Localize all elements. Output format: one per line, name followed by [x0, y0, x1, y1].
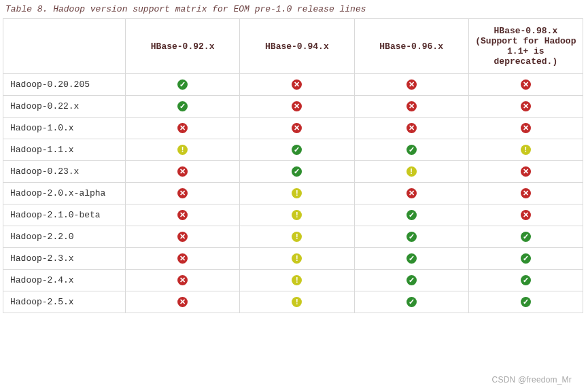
table-row: Hadoop-1.0.x✕✕✕✕	[3, 118, 583, 139]
col-header: HBase-0.96.x	[354, 19, 468, 74]
warn-icon: !	[521, 145, 531, 155]
support-matrix-table: HBase-0.92.x HBase-0.94.x HBase-0.96.x H…	[3, 18, 583, 313]
support-cell: ✓	[354, 139, 468, 161]
support-cell: ✕	[126, 226, 240, 248]
cross-icon: ✕	[177, 188, 188, 198]
support-cell: ✕	[354, 183, 468, 204]
row-label: Hadoop-2.1.0-beta	[3, 204, 126, 226]
row-label: Hadoop-1.0.x	[3, 118, 126, 139]
header-row: HBase-0.92.x HBase-0.94.x HBase-0.96.x H…	[3, 19, 583, 74]
table-row: Hadoop-0.20.205✓✕✕✕	[3, 74, 583, 96]
header-blank	[3, 19, 126, 74]
support-cell: !	[240, 183, 354, 204]
check-icon: ✓	[407, 145, 417, 155]
support-cell: ✕	[354, 74, 468, 96]
support-cell: ✓	[126, 96, 240, 118]
cross-icon: ✕	[177, 253, 188, 264]
support-cell: ✓	[468, 248, 583, 270]
cross-icon: ✕	[407, 188, 417, 198]
row-label: Hadoop-2.4.x	[3, 270, 126, 291]
support-cell: !	[240, 248, 354, 270]
support-cell: ✕	[468, 74, 583, 96]
cross-icon: ✕	[521, 101, 531, 111]
warn-icon: !	[292, 297, 302, 307]
row-label: Hadoop-2.3.x	[3, 248, 126, 270]
row-label: Hadoop-2.2.0	[3, 226, 126, 248]
support-cell: ✓	[468, 226, 583, 248]
table-caption: Table 8. Hadoop version support matrix f…	[3, 3, 585, 18]
cross-icon: ✕	[177, 232, 188, 242]
table-row: Hadoop-2.4.x✕!✓✓	[3, 270, 583, 291]
cross-icon: ✕	[177, 210, 188, 220]
table-row: Hadoop-2.0.x-alpha✕!✕✕	[3, 183, 583, 204]
cross-icon: ✕	[292, 79, 302, 90]
support-cell: ✓	[354, 248, 468, 270]
support-cell: ✕	[468, 183, 583, 204]
col-header: HBase-0.98.x (Support for Hadoop 1.1+ is…	[468, 19, 583, 74]
warn-icon: !	[177, 145, 188, 155]
cross-icon: ✕	[292, 123, 302, 133]
support-cell: ✓	[354, 204, 468, 226]
check-icon: ✓	[407, 253, 417, 264]
cross-icon: ✕	[521, 166, 531, 177]
support-cell: ✓	[354, 226, 468, 248]
warn-icon: !	[292, 275, 302, 285]
warn-icon: !	[292, 188, 302, 198]
check-icon: ✓	[521, 232, 531, 242]
table-row: Hadoop-0.22.x✓✕✕✕	[3, 96, 583, 118]
support-cell: ✕	[468, 96, 583, 118]
check-icon: ✓	[521, 297, 531, 307]
check-icon: ✓	[521, 253, 531, 264]
cross-icon: ✕	[521, 188, 531, 198]
support-cell: ✓	[240, 161, 354, 183]
support-cell: !	[240, 204, 354, 226]
row-label: Hadoop-0.20.205	[3, 74, 126, 96]
support-cell: !	[468, 139, 583, 161]
cross-icon: ✕	[521, 123, 531, 133]
check-icon: ✓	[407, 232, 417, 242]
cross-icon: ✕	[407, 79, 417, 90]
support-cell: ✕	[126, 118, 240, 139]
cross-icon: ✕	[521, 210, 531, 220]
support-cell: ✕	[468, 118, 583, 139]
cross-icon: ✕	[177, 166, 188, 177]
check-icon: ✓	[407, 297, 417, 307]
row-label: Hadoop-0.23.x	[3, 161, 126, 183]
cross-icon: ✕	[292, 101, 302, 111]
support-cell: ✕	[240, 118, 354, 139]
support-cell: ✓	[468, 270, 583, 291]
support-cell: !	[240, 291, 354, 313]
support-cell: !	[240, 226, 354, 248]
support-cell: ✕	[468, 204, 583, 226]
support-cell: ✕	[468, 161, 583, 183]
support-cell: ✕	[126, 161, 240, 183]
check-icon: ✓	[292, 166, 302, 177]
support-cell: !	[126, 139, 240, 161]
check-icon: ✓	[521, 275, 531, 285]
support-cell: !	[354, 161, 468, 183]
warn-icon: !	[292, 210, 302, 220]
support-cell: ✓	[468, 291, 583, 313]
support-cell: !	[240, 270, 354, 291]
table-row: Hadoop-2.2.0✕!✓✓	[3, 226, 583, 248]
cross-icon: ✕	[407, 123, 417, 133]
support-cell: ✕	[240, 96, 354, 118]
support-cell: ✓	[354, 291, 468, 313]
check-icon: ✓	[407, 275, 417, 285]
col-header: HBase-0.92.x	[126, 19, 240, 74]
cross-icon: ✕	[177, 297, 188, 307]
support-cell: ✕	[126, 291, 240, 313]
col-header: HBase-0.94.x	[240, 19, 354, 74]
check-icon: ✓	[407, 210, 417, 220]
table-row: Hadoop-2.5.x✕!✓✓	[3, 291, 583, 313]
table-row: Hadoop-0.23.x✕✓!✕	[3, 161, 583, 183]
support-cell: ✕	[126, 183, 240, 204]
check-icon: ✓	[177, 101, 188, 111]
row-label: Hadoop-0.22.x	[3, 96, 126, 118]
support-cell: ✓	[126, 74, 240, 96]
table-row: Hadoop-1.1.x!✓✓!	[3, 139, 583, 161]
support-cell: ✕	[126, 204, 240, 226]
support-cell: ✕	[354, 96, 468, 118]
table-row: Hadoop-2.3.x✕!✓✓	[3, 248, 583, 270]
support-cell: ✕	[126, 270, 240, 291]
